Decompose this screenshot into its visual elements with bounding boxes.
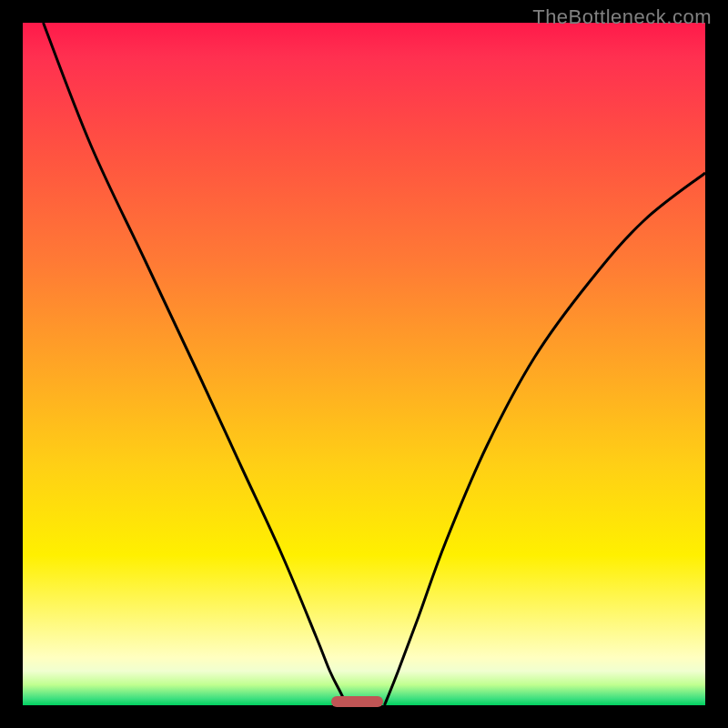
right-curve: [385, 173, 706, 705]
curve-layer: [23, 23, 705, 705]
plot-area: [23, 23, 705, 705]
bottleneck-marker: [331, 696, 384, 707]
watermark-text: TheBottleneck.com: [532, 5, 712, 29]
chart-container: TheBottleneck.com: [0, 0, 728, 728]
left-curve: [44, 23, 348, 705]
